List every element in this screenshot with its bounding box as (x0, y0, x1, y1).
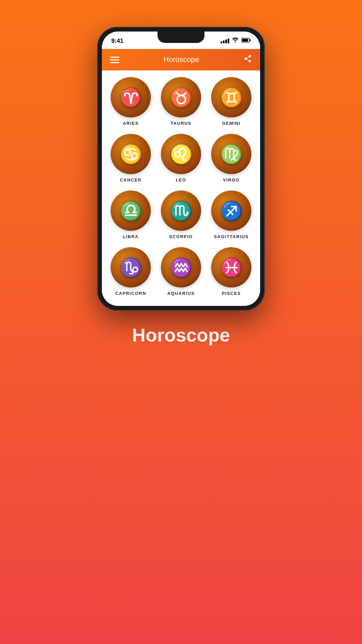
sign-circle-aries: ♈ (111, 77, 151, 117)
sign-circle-aquarius: ♒ (161, 247, 201, 287)
battery-icon (241, 38, 251, 44)
sign-symbol-leo: ♌ (170, 144, 192, 165)
phone-wrapper: 9:41 (97, 27, 265, 311)
menu-button[interactable] (110, 57, 119, 63)
status-time: 9:41 (111, 38, 123, 45)
sign-label-leo: LEO (176, 177, 186, 182)
sign-circle-taurus: ♉ (161, 77, 201, 117)
sign-circle-libra: ♎ (111, 191, 151, 231)
sign-symbol-pisces: ♓ (220, 257, 243, 278)
sign-item-sagittarius[interactable]: ♐SAGITTARIUS (208, 191, 255, 239)
sign-circle-gemini: ♊ (211, 77, 251, 117)
sign-item-scorpio[interactable]: ♏SCORPIO (158, 191, 204, 239)
sign-symbol-libra: ♎ (120, 200, 142, 221)
wifi-icon (232, 38, 239, 44)
sign-circle-leo: ♌ (161, 134, 201, 174)
sign-symbol-gemini: ♊ (220, 87, 243, 108)
sign-label-libra: LIBRA (123, 234, 138, 239)
phone-screen: 9:41 (102, 32, 260, 306)
sign-item-pisces[interactable]: ♓PISCES (208, 247, 255, 296)
sign-label-scorpio: SCORPIO (169, 234, 193, 239)
sign-label-aquarius: AQUARIUS (167, 291, 194, 296)
sign-item-gemini[interactable]: ♊GEMINI (208, 77, 255, 126)
sign-circle-pisces: ♓ (211, 247, 251, 287)
sign-circle-capricorn: ♑ (111, 247, 151, 287)
sign-label-capricorn: CAPRICORN (115, 291, 146, 296)
sign-symbol-taurus: ♉ (170, 87, 192, 108)
signs-grid: ♈ARIES♉TAURUS♊GEMINI♋CANCER♌LEO♍VIRGO♎LI… (102, 70, 260, 306)
sign-item-aries[interactable]: ♈ARIES (107, 77, 154, 126)
sign-symbol-scorpio: ♏ (170, 200, 192, 221)
sign-label-taurus: TAURUS (171, 121, 191, 126)
sign-circle-sagittarius: ♐ (211, 191, 251, 231)
sign-label-gemini: GEMINI (222, 121, 240, 126)
svg-rect-1 (250, 39, 251, 41)
phone-frame: 9:41 (97, 27, 265, 311)
app-title: Horoscope (164, 55, 199, 64)
sign-item-virgo[interactable]: ♍VIRGO (208, 134, 255, 182)
sign-item-aquarius[interactable]: ♒AQUARIUS (158, 247, 204, 296)
app-header: Horoscope (102, 49, 260, 70)
notch (158, 32, 204, 43)
sign-symbol-aries: ♈ (120, 87, 142, 108)
sign-label-cancer: CANCER (120, 177, 142, 182)
sign-label-pisces: PISCES (222, 291, 241, 296)
sign-item-cancer[interactable]: ♋CANCER (107, 134, 154, 182)
sign-symbol-sagittarius: ♐ (220, 200, 243, 221)
sign-symbol-virgo: ♍ (220, 144, 243, 165)
sign-circle-cancer: ♋ (111, 134, 151, 174)
sign-label-virgo: VIRGO (223, 177, 239, 182)
sign-circle-virgo: ♍ (211, 134, 251, 174)
sign-label-sagittarius: SAGITTARIUS (214, 234, 249, 239)
sign-symbol-aquarius: ♒ (170, 257, 192, 278)
sign-label-aries: ARIES (123, 121, 138, 126)
sign-symbol-cancer: ♋ (120, 144, 142, 165)
sign-item-taurus[interactable]: ♉TAURUS (158, 77, 204, 126)
sign-symbol-capricorn: ♑ (120, 257, 142, 278)
share-button[interactable] (243, 54, 252, 65)
signal-icon (221, 39, 229, 43)
sign-item-libra[interactable]: ♎LIBRA (107, 191, 154, 239)
svg-rect-2 (242, 39, 248, 42)
bottom-title: Horoscope (132, 324, 230, 346)
sign-item-capricorn[interactable]: ♑CAPRICORN (107, 247, 154, 296)
sign-item-leo[interactable]: ♌LEO (158, 134, 204, 182)
status-icons (221, 38, 251, 44)
sign-circle-scorpio: ♏ (161, 191, 201, 231)
